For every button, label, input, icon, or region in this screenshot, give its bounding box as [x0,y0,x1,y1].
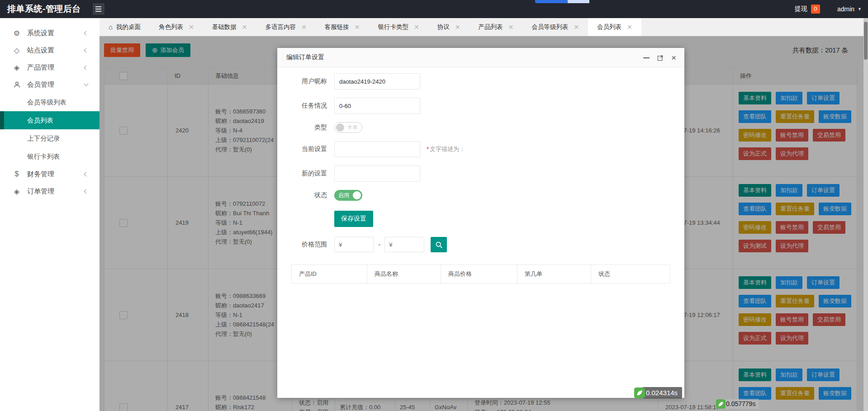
close-tab-icon[interactable]: ✕ [242,24,247,30]
tab-客服链接[interactable]: 客服链接✕ [316,18,369,36]
tab-我的桌面[interactable]: ⌂我的桌面 [100,18,150,36]
modal-body: 用户昵称 任务情况 类型 卡单 当前设置 *文字描述为： 新的设置 [277,67,684,283]
sidebar-item-1[interactable]: ◇站点设置 [0,42,100,59]
new-setting-input[interactable] [334,165,420,182]
tab-角色列表[interactable]: 角色列表✕ [150,18,203,36]
finance-icon: $ [12,170,22,178]
gear-icon: ⚙ [12,29,22,38]
trace-timer-badge: 0.057779s [716,399,759,409]
close-tab-icon[interactable]: ✕ [301,24,307,30]
sidebar-item-0[interactable]: ⚙系统设置 [0,24,100,42]
sidebar-subitem-上下分记录[interactable]: 上下分记录 [0,129,100,147]
price-min-input[interactable] [334,237,374,252]
page-scrollbar[interactable] [863,18,868,411]
sidebar-subitem-会员等级列表[interactable]: 会员等级列表 [0,93,100,111]
status-label: 状态 [277,191,327,199]
nickname-input[interactable] [334,73,420,90]
tab-会员等级列表[interactable]: 会员等级列表✕ [522,18,588,36]
nickname-label: 用户昵称 [277,77,327,85]
close-tab-icon[interactable]: ✕ [414,24,419,30]
chevron-down-icon: ▼ [858,7,862,11]
browser-artifact [535,0,568,3]
tab-多语言内容[interactable]: 多语言内容✕ [256,18,316,36]
leaf-icon [716,399,726,409]
admin-page: 排单系统-管理后台 提现 0 admin ▼ ⚙系统设置◇站点设置◈产品管理会员… [0,0,868,411]
sidebar-subitem-会员列表[interactable]: 会员列表 [0,111,100,129]
product-icon: ◈ [12,63,22,72]
modal-header: 编辑订单设置 × [277,48,684,67]
tab-产品列表[interactable]: 产品列表✕ [469,18,522,36]
tab-银行卡类型[interactable]: 银行卡类型✕ [369,18,428,36]
new-setting-label: 新的设置 [277,170,327,178]
edit-order-settings-modal: 编辑订单设置 × 用户昵称 任务情况 类型 [277,48,684,398]
sidebar-item-3[interactable]: 会员管理 [0,76,100,93]
price-range-separator: - [378,241,380,249]
subtable-column-header: 状态 [591,265,669,283]
minimize-icon[interactable] [643,57,650,58]
close-tab-icon[interactable]: ✕ [189,24,194,30]
current-setting-hint: *文字描述为： [427,145,465,153]
task-range-label: 任务情况 [277,102,327,110]
switch-knob [353,191,361,199]
close-tab-icon[interactable]: ✕ [574,24,579,30]
tab-协议[interactable]: 协议✕ [428,18,470,36]
price-max-input[interactable] [384,237,424,252]
switch-knob [336,123,344,132]
tab-bar: ⌂我的桌面角色列表✕基础数据✕多语言内容✕客服链接✕银行卡类型✕协议✕产品列表✕… [100,18,868,36]
subtable-column-header: 商品价格 [441,265,517,283]
sidebar-item-2[interactable]: ◈产品管理 [0,59,100,76]
chevron-left-icon [84,48,89,52]
subtable-column-header: 产品ID [292,265,367,283]
tab-基础数据[interactable]: 基础数据✕ [203,18,256,36]
subtable-column-header: 商品名称 [367,265,441,283]
trace-timer-badge: 0.024314s [634,387,682,398]
products-subtable: 产品ID商品名称商品价格第几单状态 [291,265,670,283]
close-tab-icon[interactable]: ✕ [455,24,460,30]
order-icon: ◈ [12,187,22,196]
chevron-left-icon [84,189,89,194]
withdraw-link[interactable]: 提现 [795,5,807,13]
withdraw-count-badge[interactable]: 0 [811,5,820,14]
app-title: 排单系统-管理后台 [7,3,81,15]
sidebar-subitem-银行卡列表[interactable]: 银行卡列表 [0,147,100,165]
subtable-column-header: 第几单 [517,265,591,283]
chevron-left-icon [84,31,89,35]
chevron-left-icon [84,172,89,176]
sidebar-item-4[interactable]: $财务管理 [0,165,100,183]
status-switch[interactable]: 启用 [334,190,362,201]
close-tab-icon[interactable]: ✕ [508,24,513,30]
maximize-icon[interactable] [657,55,664,61]
close-icon[interactable]: × [671,53,676,62]
search-button[interactable] [431,237,447,252]
home-icon: ⌂ [109,23,113,31]
save-settings-button[interactable]: 保存设置 [334,211,373,227]
user-menu[interactable]: admin [837,5,854,13]
close-tab-icon[interactable]: ✕ [355,24,360,30]
price-range-label: 价格范围 [277,241,327,249]
sidebar: ⚙系统设置◇站点设置◈产品管理会员管理会员等级列表会员列表上下分记录银行卡列表$… [0,18,100,411]
leaf-icon [634,387,645,398]
top-header: 排单系统-管理后台 提现 0 admin ▼ [0,0,868,18]
modal-title: 编辑订单设置 [286,53,324,61]
current-setting-label: 当前设置 [277,145,327,153]
site-icon: ◇ [12,46,22,55]
member-icon [12,81,22,89]
close-tab-icon[interactable]: ✕ [627,24,632,30]
type-switch[interactable]: 卡单 [334,122,362,133]
current-setting-input[interactable] [334,141,420,157]
chevron-left-icon [84,65,89,70]
tab-会员列表[interactable]: 会员列表✕ [588,18,641,36]
chevron-down-icon [84,82,89,86]
browser-artifact [568,0,589,3]
type-label: 类型 [277,123,327,132]
task-range-input[interactable] [334,98,420,114]
scrollbar-thumb[interactable] [864,22,868,60]
search-icon [435,241,443,249]
sidebar-item-5[interactable]: ◈订单管理 [0,183,100,200]
hamburger-menu-icon[interactable] [93,3,104,15]
